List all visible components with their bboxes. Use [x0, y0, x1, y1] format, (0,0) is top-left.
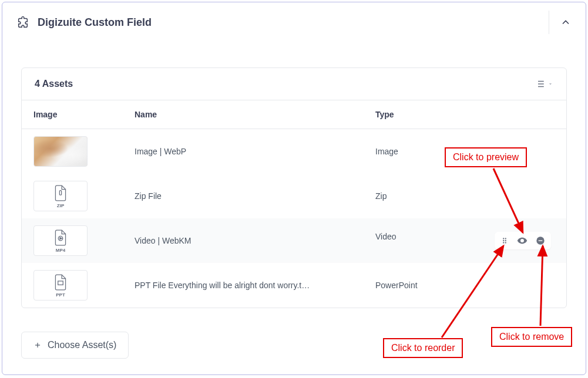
asset-type: Zip [364, 174, 566, 218]
assets-count: 4 Assets [35, 79, 73, 89]
file-ext-label: PPT [56, 292, 65, 298]
svg-line-20 [493, 168, 523, 232]
asset-type: Video [375, 232, 397, 241]
column-header-image: Image [22, 100, 123, 129]
svg-rect-6 [59, 190, 61, 195]
svg-point-12 [505, 240, 506, 241]
choose-assets-button[interactable]: Choose Asset(s) [21, 332, 129, 359]
panel-header-right [549, 11, 572, 34]
arrow-remove [535, 244, 552, 327]
chevron-up-icon [560, 16, 572, 28]
plus-icon [33, 341, 42, 349]
view-mode-toggle[interactable] [535, 79, 553, 89]
column-header-type: Type [364, 100, 566, 129]
table-header-row: Image Name Type [22, 100, 566, 129]
asset-name: Image | WebP [135, 147, 352, 156]
choose-assets-label: Choose Asset(s) [48, 340, 116, 350]
svg-marker-8 [60, 237, 62, 239]
file-ext-label: MP4 [56, 248, 65, 253]
asset-thumbnail: PPT [33, 270, 88, 301]
panel-title: Digizuite Custom Field [38, 16, 152, 29]
asset-name: Video | WebKM [135, 236, 352, 245]
svg-line-21 [442, 246, 503, 338]
svg-rect-16 [539, 240, 543, 241]
arrow-reorder [440, 244, 510, 339]
annotation-remove: Click to remove [491, 327, 572, 347]
asset-name: PPT File Everything will be alright dont… [135, 281, 352, 290]
table-row[interactable]: ZIP Zip File Zip [22, 174, 566, 218]
svg-point-10 [505, 238, 506, 239]
list-icon [535, 79, 545, 89]
video-file-icon [53, 229, 68, 247]
ppt-file-icon [53, 274, 68, 291]
assets-card-header: 4 Assets [22, 68, 566, 100]
svg-point-9 [503, 238, 504, 239]
collapse-toggle[interactable] [560, 16, 572, 28]
svg-rect-17 [58, 281, 63, 284]
panel-header-left: Digizuite Custom Field [16, 16, 152, 29]
caret-down-icon [547, 81, 553, 87]
panel-header: Digizuite Custom Field [2, 2, 586, 43]
puzzle-icon [16, 16, 29, 29]
column-header-name: Name [123, 100, 364, 129]
annotation-reorder: Click to reorder [383, 338, 463, 358]
zip-file-icon [53, 184, 68, 202]
svg-point-11 [503, 240, 504, 241]
arrow-preview [488, 167, 535, 237]
file-ext-label: ZIP [57, 203, 64, 208]
asset-thumbnail [33, 136, 88, 167]
svg-line-22 [540, 246, 543, 326]
asset-name: Zip File [135, 191, 352, 201]
annotation-preview: Click to preview [445, 147, 527, 167]
asset-thumbnail: MP4 [33, 225, 88, 256]
asset-thumbnail: ZIP [33, 181, 88, 211]
